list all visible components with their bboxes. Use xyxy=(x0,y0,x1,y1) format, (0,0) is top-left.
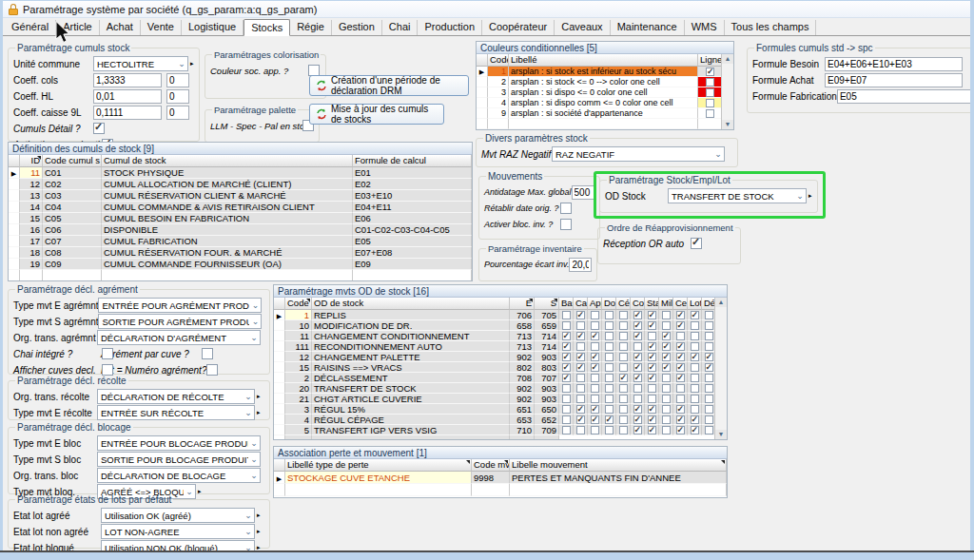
type-mvt-s-bloc-select[interactable]: SORTIE POUR BLOCAGE PRODUIT ⌄ xyxy=(97,452,261,467)
checkbox[interactable] xyxy=(576,374,585,382)
checkbox[interactable] xyxy=(676,363,685,372)
check-cell[interactable] xyxy=(659,383,673,394)
checkbox[interactable] xyxy=(605,363,614,372)
code-cell[interactable]: 15 xyxy=(285,362,312,373)
code-cell[interactable]: 3 xyxy=(488,87,509,98)
checkbox[interactable] xyxy=(576,342,585,351)
checkbox[interactable] xyxy=(705,395,713,403)
checkbox[interactable] xyxy=(691,384,699,393)
check-cell[interactable] xyxy=(688,404,702,415)
scroll-down-icon[interactable]: ▼ xyxy=(715,430,727,439)
etat-lot-bloque-select[interactable]: Utilisation NON OK (bloqué) ⌄ xyxy=(101,540,255,550)
ligne-checkbox[interactable] xyxy=(706,78,714,87)
libelle-cell[interactable]: arsplan : si dispo comm <= 0 color one c… xyxy=(509,98,698,108)
vertical-scrollbar[interactable]: ▲ ▼ xyxy=(714,298,727,439)
id-cell[interactable]: 17 xyxy=(20,236,43,247)
checkbox[interactable] xyxy=(576,415,585,424)
ligne-cell[interactable] xyxy=(698,67,723,77)
check-cell[interactable] xyxy=(659,362,673,373)
table-row[interactable]: 3 arsplan : si dispo <= 0 color one cell xyxy=(477,87,723,98)
check-cell[interactable] xyxy=(559,341,574,352)
checkbox[interactable] xyxy=(662,363,671,372)
check-cell[interactable] xyxy=(688,341,702,352)
table-row[interactable]: 16 C06 DISPONIBLE C01-C02-C03-C04-C05 xyxy=(9,224,472,236)
check-cell[interactable] xyxy=(588,352,602,362)
check-cell[interactable] xyxy=(645,341,659,352)
od-label-cell[interactable]: CHANGEMENT CONDITIONNEMENT xyxy=(312,331,510,341)
e-cell[interactable]: 713 xyxy=(510,331,535,341)
s-cell[interactable]: 714 xyxy=(535,331,559,341)
check-cell[interactable] xyxy=(645,362,659,373)
etat-lot-agree-select[interactable]: Utilisation OK (agréé) ⌄ xyxy=(101,508,255,523)
formule-cell[interactable]: E03+E10 xyxy=(353,190,472,202)
check-cell[interactable] xyxy=(659,341,673,352)
ligne-checkbox[interactable] xyxy=(706,68,714,76)
checkbox[interactable] xyxy=(648,374,656,382)
check-cell[interactable] xyxy=(559,331,574,341)
libelle-cell[interactable]: arsplan : si stock <= 0 --> color one ce… xyxy=(509,77,698,87)
ligne-cell[interactable] xyxy=(698,108,723,119)
code-cell[interactable]: C07 xyxy=(43,236,102,247)
checkbox[interactable] xyxy=(591,395,599,403)
code-cell[interactable]: 1 xyxy=(285,310,312,320)
code-cell[interactable]: 4 xyxy=(285,415,312,425)
check-cell[interactable] xyxy=(602,310,616,320)
label-cell[interactable]: CUMUL BESOIN EN FABRICATION xyxy=(102,213,353,224)
checkbox[interactable] xyxy=(591,384,599,393)
checkbox[interactable] xyxy=(591,321,599,330)
table-row[interactable]: 20 TRANSFERT DE STOCK 902 903 xyxy=(274,383,716,394)
id-cell[interactable]: 19 xyxy=(20,259,43,270)
od-label-cell[interactable]: RECONDITIONNEMENT AUTO xyxy=(312,341,510,352)
creation-periode-drm-button[interactable]: Création d'une période de déclaration DR… xyxy=(309,75,469,96)
table-row[interactable]: 2 DÉCLASSEMENT 708 707 xyxy=(274,373,716,383)
tab[interactable]: Vente xyxy=(141,20,182,35)
type-mvt-e-agrement-select[interactable]: ENTRÉE POUR AGRÉMENT PRODUIT ⌄ xyxy=(98,298,262,313)
od-label-cell[interactable]: TRANSFERT DE STOCK xyxy=(312,383,510,394)
checkbox[interactable] xyxy=(562,426,571,434)
checkbox[interactable] xyxy=(576,384,585,393)
table-row[interactable]: 4 RÉGUL CÉPAGE 653 652 xyxy=(274,415,716,425)
check-cell[interactable] xyxy=(574,352,588,362)
table-row[interactable]: 18 C08 CUMUL RÉSERVATION FOUR. & MARCHÉ … xyxy=(9,247,472,259)
checkbox[interactable] xyxy=(633,311,642,319)
check-cell[interactable] xyxy=(588,425,602,435)
table-row[interactable]: 5 TRANSFERT IGP VERS VSIG 710 709 xyxy=(274,425,716,435)
checkbox[interactable] xyxy=(633,426,642,434)
checkbox[interactable] xyxy=(605,332,614,340)
code-cell[interactable]: 10 xyxy=(285,320,312,331)
checkbox[interactable] xyxy=(705,374,713,382)
code-cell[interactable]: 12 xyxy=(285,352,312,362)
check-cell[interactable] xyxy=(616,341,631,352)
code-cell[interactable]: C03 xyxy=(43,190,102,202)
check-cell[interactable] xyxy=(659,415,673,425)
checkbox[interactable] xyxy=(662,395,671,403)
e-cell[interactable]: 706 xyxy=(510,310,535,320)
e-cell[interactable]: 658 xyxy=(510,320,535,331)
id-cell[interactable]: 12 xyxy=(20,179,43,190)
check-cell[interactable] xyxy=(645,331,659,341)
checkbox[interactable] xyxy=(691,374,699,382)
tab[interactable]: Maintenance xyxy=(611,20,685,35)
table-row[interactable]: 11 CHANGEMENT CONDITIONNEMENT 713 714 xyxy=(274,331,716,341)
check-cell[interactable] xyxy=(616,404,631,415)
check-cell[interactable] xyxy=(574,320,588,331)
table-row[interactable]: 9 arsplan : si société d'appartenance xyxy=(477,108,723,119)
check-cell[interactable] xyxy=(673,310,688,320)
checkbox[interactable] xyxy=(605,395,614,403)
e-cell[interactable]: 902 xyxy=(510,352,535,362)
table-row[interactable]: 17 C07 CUMUL FABRICATION E05 xyxy=(9,236,472,247)
check-cell[interactable] xyxy=(616,362,631,373)
check-cell[interactable] xyxy=(559,383,574,394)
checkbox[interactable] xyxy=(562,374,571,382)
table-row[interactable]: 2 arsplan : si stock <= 0 --> color one … xyxy=(477,77,723,87)
table-row[interactable]: 111 RECONDITIONNEMENT AUTO 713 714 xyxy=(274,341,716,352)
check-cell[interactable] xyxy=(588,415,602,425)
checkbox[interactable] xyxy=(576,311,585,319)
check-cell[interactable] xyxy=(616,310,631,320)
check-cell[interactable] xyxy=(616,383,631,394)
check-cell[interactable] xyxy=(559,362,574,373)
check-cell[interactable] xyxy=(673,383,688,394)
check-cell[interactable] xyxy=(631,362,645,373)
table-row[interactable]: 19 C09 CUMUL COMMANDE FOURNISSEUR (OA) E… xyxy=(9,259,472,270)
checkbox[interactable] xyxy=(591,353,599,361)
